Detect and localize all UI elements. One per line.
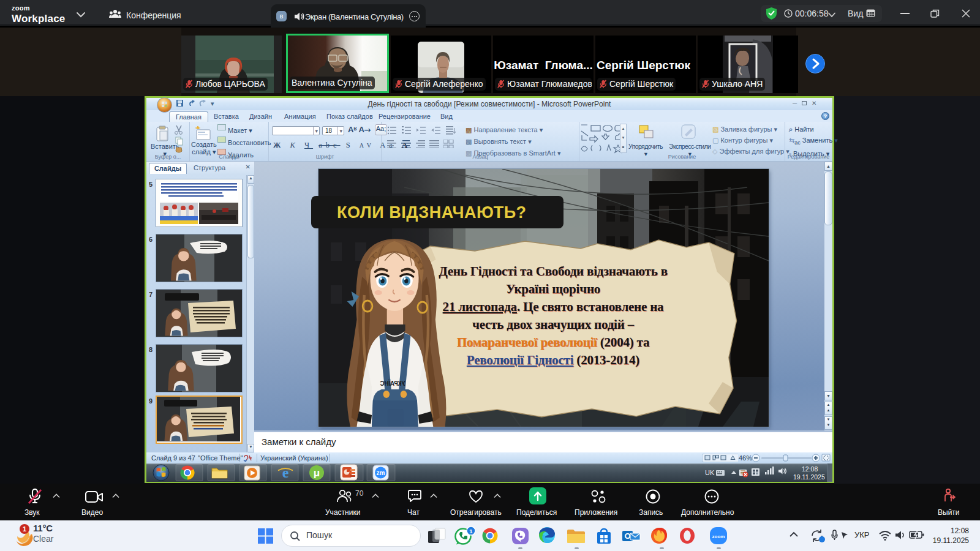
- svg-text:19.11.2025: 19.11.2025: [793, 473, 825, 481]
- svg-text:UK: UK: [705, 469, 715, 476]
- svg-text:1: 1: [23, 525, 26, 533]
- svg-text:zoom: zoom: [712, 534, 725, 539]
- svg-text:O: O: [624, 531, 630, 541]
- svg-text:zm: zm: [377, 470, 385, 476]
- svg-text:УКРАЇНС: УКРАЇНС: [380, 379, 405, 387]
- svg-text:e: e: [282, 465, 289, 481]
- svg-text:12:08: 12:08: [802, 465, 818, 473]
- svg-text:▾: ▾: [211, 100, 214, 107]
- svg-text:μ: μ: [314, 467, 320, 479]
- svg-text:1: 1: [469, 528, 473, 534]
